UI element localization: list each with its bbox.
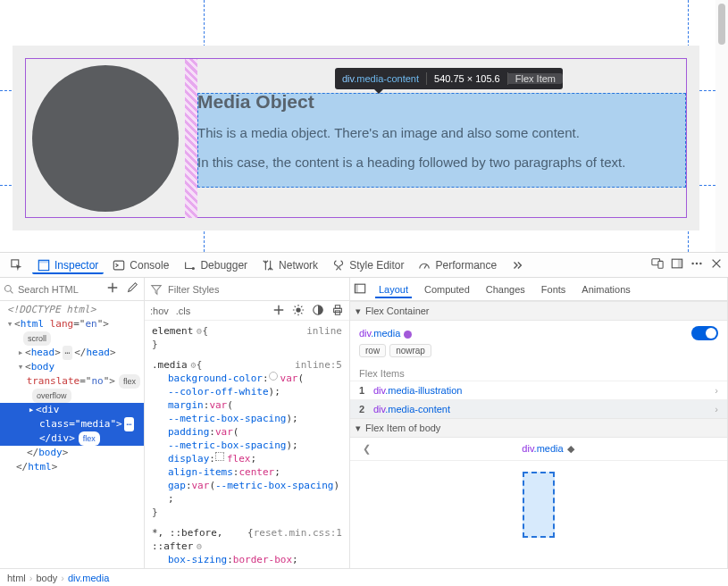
contrast-icon [312, 304, 324, 316]
console-icon [113, 259, 125, 272]
breadcrumb: html› body› div.media [0, 568, 728, 586]
flex-overlay-toggle[interactable] [691, 326, 718, 340]
dock-icon [671, 257, 683, 270]
search-html[interactable] [4, 283, 101, 296]
hov-toggle[interactable]: :hov [150, 306, 169, 316]
doctype-node[interactable]: <!DOCTYPE html> [7, 303, 96, 317]
flex-item-row[interactable]: 2div.media-content› [350, 399, 727, 418]
tab-animations[interactable]: Animations [578, 280, 633, 298]
scrollbar-thumb[interactable] [718, 4, 725, 45]
print-sim-button[interactable] [331, 304, 344, 318]
sun-icon [292, 304, 305, 316]
scroll-pill[interactable]: scroll [23, 331, 51, 346]
crumb-body[interactable]: body [36, 573, 57, 583]
markup-header [0, 278, 144, 301]
nav-back-button[interactable]: ❮ [357, 443, 376, 455]
tab-changes[interactable]: Changes [482, 280, 529, 298]
media-illustration [26, 59, 185, 218]
performance-icon [418, 259, 431, 272]
body-node[interactable]: <body [25, 360, 54, 374]
pick-element-button[interactable] [5, 256, 29, 274]
media-paragraph-1: This is a media object. There's an image… [197, 125, 686, 140]
plus-icon [272, 304, 285, 316]
page-viewport: div.media-content 540.75 × 105.6 Flex It… [0, 0, 728, 253]
element-tooltip: div.media-content 540.75 × 105.6 Flex It… [335, 68, 563, 89]
tab-debugger[interactable]: Debugger [178, 256, 253, 274]
svg-point-12 [4, 285, 11, 291]
flex-item-row[interactable]: 1div.media-illustration› [350, 381, 727, 399]
tab-layout[interactable]: Layout [375, 280, 412, 298]
layout-pane: Layout Computed Changes Fonts Animations… [350, 278, 728, 568]
tab-inspector[interactable]: Inspector [32, 256, 104, 274]
kebab-icon [690, 257, 703, 270]
filter-styles-input[interactable] [168, 284, 344, 295]
tab-style-editor[interactable]: Style Editor [327, 256, 409, 274]
flex-prop-pill[interactable]: row [359, 344, 386, 357]
more-button[interactable] [690, 257, 703, 272]
dock-button[interactable] [671, 257, 683, 272]
tab-network[interactable]: Network [256, 256, 323, 274]
overflow-pill[interactable]: overflow [32, 389, 71, 403]
rules-header [145, 278, 349, 301]
responsive-mode-button[interactable] [651, 257, 664, 272]
add-rule-button[interactable] [272, 304, 285, 318]
light-scheme-button[interactable] [292, 304, 305, 318]
svg-point-4 [192, 266, 195, 269]
devtools-toolbar: Inspector Console Debugger Network Style… [0, 253, 728, 278]
head-node[interactable]: <head>⋯</head> [25, 346, 116, 360]
debugger-icon [183, 259, 196, 272]
flex-container-selector[interactable]: div.media [359, 328, 412, 339]
media-paragraph-2: In this case, the content is a heading f… [197, 155, 686, 170]
nav-current-selector[interactable]: div.media◆ [376, 443, 720, 455]
sidebar-tabs: Layout Computed Changes Fonts Animations [350, 278, 727, 301]
flex-container-header[interactable]: ▾Flex Container [350, 301, 727, 321]
filter-icon [150, 283, 163, 296]
html-node[interactable]: <html lang="en"> [14, 317, 109, 331]
flex-items-label: Flex Items [350, 363, 727, 381]
flex-item-nav: ❮ div.media◆ [350, 438, 727, 461]
css-rule[interactable]: element⚙ {inline} [152, 324, 342, 351]
cls-toggle[interactable]: .cls [176, 306, 191, 316]
selected-div-node[interactable]: ▸<div [0, 403, 144, 417]
tab-fonts[interactable]: Fonts [538, 280, 570, 298]
panel-icon [354, 282, 366, 295]
tab-computed[interactable]: Computed [421, 280, 473, 298]
css-rule[interactable]: *, ::before, ::after⚙ {reset.min.css:1bo… [152, 526, 342, 568]
toolbar-overflow[interactable] [506, 256, 529, 274]
flex-gap-indicator [185, 59, 197, 218]
body-close-node[interactable]: </body> [27, 446, 68, 460]
rules-list[interactable]: element⚙ {inline}.media⚙ {inline:5backgr… [145, 321, 349, 568]
add-element-button[interactable] [105, 280, 121, 298]
svg-rect-6 [658, 261, 663, 268]
dark-scheme-button[interactable] [312, 304, 324, 318]
tab-console[interactable]: Console [107, 256, 174, 274]
viewport-scrollbar[interactable] [715, 0, 728, 252]
crumb-div-media[interactable]: div.media [68, 573, 109, 583]
sidebar-toggle-button[interactable] [354, 282, 366, 297]
svg-point-10 [696, 263, 698, 264]
tab-performance[interactable]: Performance [413, 256, 502, 274]
style-editor-icon [332, 259, 345, 272]
dom-tree[interactable]: <!DOCTYPE html> ▾<html lang="en"> scroll… [0, 301, 144, 568]
highlight-color-dot[interactable] [404, 331, 412, 339]
flex-pill-div[interactable]: flex [79, 431, 100, 446]
close-devtools-button[interactable] [710, 257, 723, 272]
crumb-html[interactable]: html [7, 573, 26, 583]
chevron-right-double-icon [511, 259, 523, 272]
eyedropper-button[interactable] [124, 280, 140, 298]
svg-rect-19 [355, 284, 358, 293]
flex-item-of-header[interactable]: ▾Flex Item of body [350, 418, 727, 438]
svg-point-13 [296, 307, 300, 312]
tooltip-flex-badge: Flex Item [508, 73, 563, 84]
markup-pane: <!DOCTYPE html> ▾<html lang="en"> scroll… [0, 278, 145, 568]
css-rule[interactable]: .media⚙ {inline:5background-color: var(-… [152, 358, 342, 519]
flex-pill[interactable]: flex [119, 374, 140, 389]
flex-prop-pill[interactable]: nowrap [389, 344, 431, 357]
picker-icon [11, 259, 23, 272]
html-close-node[interactable]: </html> [16, 460, 57, 474]
rules-pane: :hov .cls element⚙ {inline}.media⚙ {inli… [145, 278, 350, 568]
svg-point-9 [691, 263, 693, 264]
network-icon [262, 259, 274, 272]
search-html-input[interactable] [18, 284, 101, 295]
svg-rect-2 [38, 260, 48, 263]
